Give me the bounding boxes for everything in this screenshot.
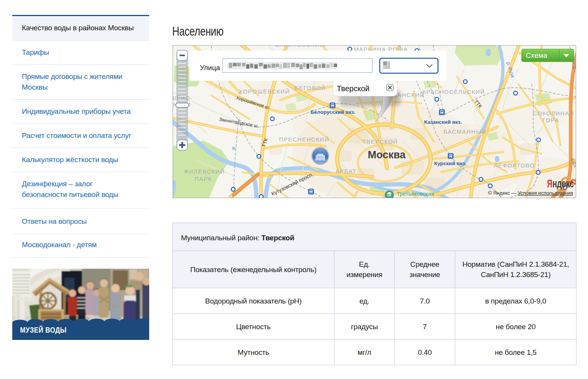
svg-text:СОКОЛИНАЯ: СОКОЛИНАЯ	[533, 110, 574, 116]
svg-text:Белорусский вкз.: Белорусский вкз.	[311, 109, 356, 115]
svg-text:Москва: Москва	[368, 149, 406, 161]
svg-text:Третьяковская: Третьяковская	[397, 191, 434, 197]
svg-text:БАСМАННЫЙ: БАСМАННЫЙ	[443, 128, 486, 135]
svg-text:ГОРА: ГОРА	[542, 117, 559, 123]
svg-text:ПАРК: ПАРК	[194, 176, 212, 182]
svg-text:МУЗЕЙ ВОДЫ: МУЗЕЙ ВОДЫ	[20, 325, 66, 334]
svg-text:© Яндекс — Условия использован: © Яндекс — Условия использования	[488, 190, 573, 196]
svg-text:Казанский вкз.: Казанский вкз.	[424, 119, 462, 125]
svg-text:Схема: Схема	[526, 51, 547, 59]
svg-text:САВЁЛОВСКИЙ: САВЁЛОВСКИЙ	[275, 46, 324, 48]
svg-text:Тверской: Тверской	[337, 84, 369, 93]
svg-text:КРАСНОСЕЛЬСКИЙ: КРАСНОСЕЛЬСКИЙ	[422, 89, 485, 95]
svg-text:ХОРОШЁВСКИЙ: ХОРОШЁВСКИЙ	[239, 88, 290, 95]
svg-text:БЕГОВОЙ: БЕГОВОЙ	[295, 85, 326, 91]
svg-text:АРБАТ: АРБАТ	[335, 168, 356, 174]
svg-text:Курский вкз.: Курский вкз.	[434, 161, 466, 166]
svg-text:ПРЕСНЕНСКИЙ: ПРЕСНЕНСКИЙ	[279, 136, 329, 143]
svg-text:Улица: Улица	[200, 64, 220, 72]
svg-text:ТВЕРСКОЙ: ТВЕРСКОЙ	[362, 138, 398, 145]
svg-text:Яндекс: Яндекс	[547, 177, 574, 190]
svg-text:ФИЛЁВСКИЙ: ФИЛЁВСКИЙ	[184, 168, 225, 175]
svg-text:ЛЕФОРТОВО: ЛЕФОРТОВО	[494, 162, 535, 169]
